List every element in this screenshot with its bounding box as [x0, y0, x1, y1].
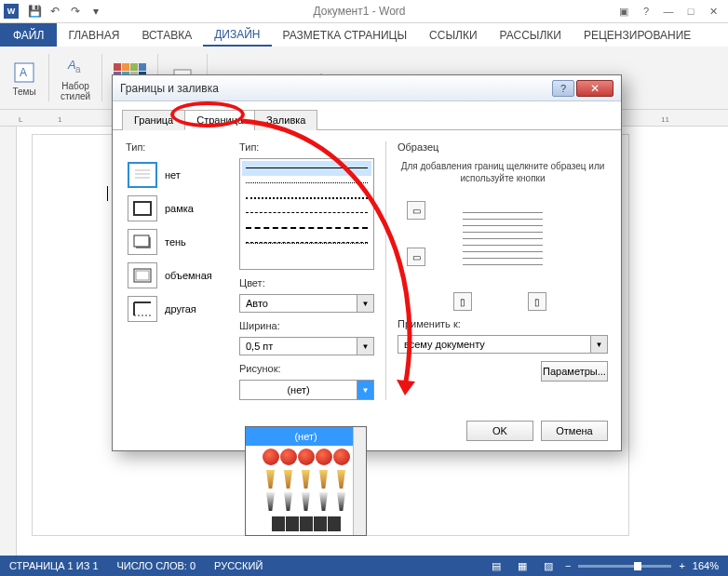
view-read-icon[interactable]: ▤ [487, 558, 506, 573]
ruler-num-11: 11 [661, 115, 669, 124]
type-3d-icon [128, 262, 157, 288]
dialog-close-button[interactable]: ✕ [576, 80, 613, 97]
zoom-level[interactable]: 164% [693, 560, 719, 571]
tab-file[interactable]: ФАЙЛ [0, 23, 57, 47]
type-3d[interactable]: объемная [126, 259, 228, 292]
tab-design[interactable]: ДИЗАЙН [203, 23, 271, 47]
ok-button[interactable]: OK [466, 421, 533, 441]
popup-scrollbar[interactable] [353, 427, 366, 535]
ruler-l-mark: L [19, 115, 22, 124]
svg-rect-11 [134, 235, 149, 247]
art-option-icecream[interactable] [246, 468, 366, 490]
type-none-icon [128, 162, 157, 188]
color-label: Цвет: [239, 277, 374, 288]
type-section-label: Тип: [126, 141, 228, 153]
chevron-down-icon: ▼ [357, 381, 373, 399]
style-set-icon: Aa [62, 54, 88, 80]
ribbon-options-icon[interactable]: ▣ [613, 2, 635, 20]
tab-insert[interactable]: ВСТАВКА [130, 23, 203, 47]
svg-text:A: A [20, 66, 27, 79]
text-cursor [107, 186, 108, 201]
zoom-in-icon[interactable]: + [679, 560, 684, 571]
qat-customize-icon[interactable]: ▾ [87, 2, 105, 20]
cancel-button[interactable]: Отмена [541, 421, 608, 441]
save-icon[interactable]: 💾 [25, 2, 44, 20]
tab-layout[interactable]: РАЗМЕТКА СТРАНИЦЫ [272, 23, 419, 47]
chevron-down-icon: ▼ [357, 295, 373, 312]
art-label: Рисунок: [239, 363, 374, 374]
preview-label: Образец [398, 141, 608, 153]
art-dropdown[interactable]: (нет) ▼ [239, 380, 374, 400]
type-custom-icon [128, 296, 157, 322]
themes-icon: A [11, 60, 37, 86]
type-custom[interactable]: другая [126, 292, 228, 326]
type-shadow-icon [128, 229, 157, 255]
vertical-ruler[interactable] [0, 127, 17, 556]
svg-rect-13 [136, 271, 149, 280]
ruler-num-1: 1 [58, 115, 61, 124]
art-option-apples[interactable] [246, 446, 366, 468]
type-box[interactable]: рамка [126, 192, 228, 225]
edge-bottom-button[interactable]: ▭ [407, 248, 425, 266]
tab-mailings[interactable]: РАССЫЛКИ [489, 23, 573, 47]
type-box-icon [128, 195, 157, 221]
art-popup-list[interactable]: (нет) [245, 426, 367, 536]
dialog-title: Границы и заливка [120, 82, 219, 95]
edge-top-button[interactable]: ▭ [407, 201, 425, 220]
minimize-icon[interactable]: — [657, 2, 680, 20]
tab-references[interactable]: ССЫЛКИ [418, 23, 488, 47]
svg-text:a: a [75, 64, 81, 74]
help-icon[interactable]: ? [635, 2, 657, 20]
edge-left-button[interactable]: ▯ [453, 292, 472, 311]
type-shadow[interactable]: тень [126, 225, 228, 259]
borders-shading-dialog: Границы и заливка ? ✕ Граница Страница З… [112, 74, 622, 451]
zoom-out-icon[interactable]: − [565, 560, 571, 571]
width-label: Ширина: [239, 320, 374, 331]
style-set-button[interactable]: Aa Набор стилей [55, 50, 96, 105]
dialog-help-button[interactable]: ? [552, 80, 574, 97]
window-title: Документ1 - Word [106, 5, 613, 18]
apply-to-dropdown[interactable]: всему документу ▼ [398, 335, 608, 354]
line-style-listbox[interactable] [239, 158, 374, 270]
view-print-icon[interactable]: ▦ [513, 558, 532, 573]
dialog-tab-shading[interactable]: Заливка [254, 110, 317, 130]
maximize-icon[interactable]: □ [680, 2, 702, 20]
chevron-down-icon: ▼ [357, 338, 373, 355]
width-dropdown[interactable]: 0,5 пт ▼ [239, 337, 374, 355]
themes-button[interactable]: A Темы [6, 50, 43, 105]
color-dropdown[interactable]: Авто ▼ [239, 294, 374, 313]
tab-review[interactable]: РЕЦЕНЗИРОВАНИЕ [573, 23, 702, 47]
svg-rect-9 [134, 202, 151, 215]
tab-home[interactable]: ГЛАВНАЯ [57, 23, 130, 47]
options-button[interactable]: Параметры... [541, 361, 608, 382]
status-word-count[interactable]: ЧИСЛО СЛОВ: 0 [117, 560, 196, 571]
close-window-icon[interactable]: ✕ [702, 2, 724, 20]
preview-sample[interactable] [452, 201, 554, 285]
undo-icon[interactable]: ↶ [46, 2, 64, 20]
art-option-fans[interactable] [246, 490, 366, 513]
zoom-slider[interactable] [578, 565, 671, 568]
line-style-label: Тип: [239, 141, 374, 153]
word-app-icon: W [4, 4, 19, 19]
redo-icon[interactable]: ↷ [66, 2, 85, 20]
chevron-down-icon: ▼ [590, 336, 607, 353]
dialog-tab-border[interactable]: Граница [122, 110, 185, 130]
dialog-tab-page[interactable]: Страница [184, 110, 255, 130]
art-option-none[interactable]: (нет) [246, 427, 366, 446]
apply-to-label: Применить к: [398, 318, 608, 329]
status-page[interactable]: СТРАНИЦА 1 ИЗ 1 [9, 560, 99, 571]
view-web-icon[interactable]: ▨ [539, 558, 558, 573]
status-language[interactable]: РУССКИЙ [214, 560, 263, 571]
preview-hint: Для добавления границ щелкните образец и… [398, 160, 608, 184]
type-none[interactable]: нет [126, 158, 228, 192]
art-option-candy[interactable] [246, 513, 366, 535]
edge-right-button[interactable]: ▯ [528, 292, 546, 311]
